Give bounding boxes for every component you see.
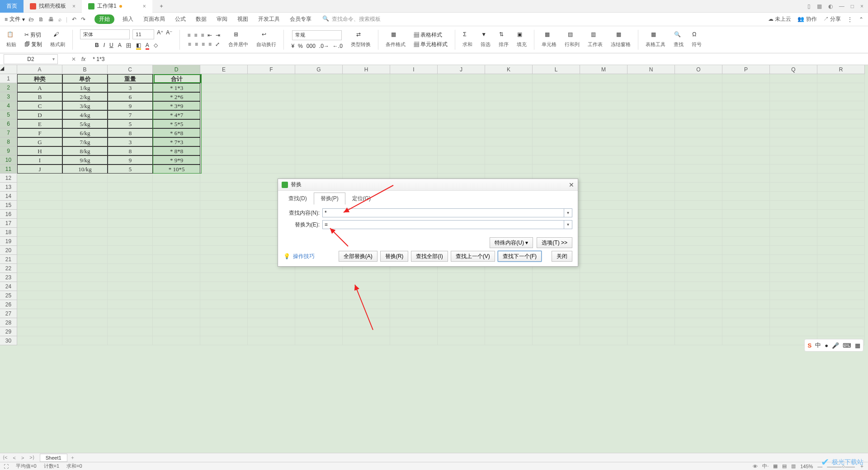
cell[interactable] <box>108 318 153 327</box>
row-head[interactable]: 11 <box>0 164 17 174</box>
cell[interactable] <box>438 164 485 174</box>
cell[interactable] <box>675 155 722 164</box>
cell[interactable] <box>17 210 62 219</box>
cell[interactable] <box>722 327 770 336</box>
convert-icon[interactable]: ⇄ <box>356 31 365 40</box>
cell[interactable] <box>17 273 62 282</box>
cell[interactable] <box>533 327 580 336</box>
increase-font-icon[interactable]: A⁺ <box>157 29 163 39</box>
cell[interactable] <box>722 183 770 192</box>
cell[interactable] <box>817 210 865 219</box>
sheet-tab[interactable]: Sheet1 <box>40 454 67 462</box>
cell[interactable] <box>153 336 200 345</box>
cell[interactable] <box>17 291 62 300</box>
find-next-button[interactable]: 查找下一个(F) <box>498 251 542 262</box>
cell[interactable] <box>770 246 817 255</box>
cell[interactable] <box>675 282 722 291</box>
cell[interactable] <box>295 282 343 291</box>
cell[interactable] <box>295 119 343 128</box>
cell[interactable] <box>533 155 580 164</box>
cell[interactable] <box>200 183 248 192</box>
cell[interactable] <box>295 309 343 318</box>
cell[interactable] <box>295 318 343 327</box>
cell[interactable] <box>153 327 200 336</box>
bold-icon[interactable]: B <box>95 42 99 50</box>
cell[interactable] <box>390 92 438 101</box>
col-head[interactable]: L <box>533 65 580 74</box>
view-break-icon[interactable]: ▥ <box>791 463 796 469</box>
cell[interactable] <box>722 273 770 282</box>
cell[interactable] <box>108 192 153 201</box>
cell[interactable] <box>62 237 108 246</box>
table-style-button[interactable]: ▦ 表格样式 <box>414 31 442 39</box>
cell[interactable]: 单价 <box>62 74 108 83</box>
cell[interactable] <box>770 146 817 155</box>
replace-button[interactable]: 替换(R) <box>380 251 409 262</box>
cell[interactable] <box>770 110 817 119</box>
row-head[interactable]: 25 <box>0 291 17 300</box>
cell[interactable] <box>438 74 485 83</box>
tips-link[interactable]: 操作技巧 <box>293 253 315 260</box>
brush-icon[interactable]: 🖌 <box>53 31 62 40</box>
cell[interactable] <box>343 155 390 164</box>
cell[interactable] <box>343 282 390 291</box>
cell[interactable] <box>817 201 865 210</box>
cell[interactable] <box>580 336 627 345</box>
cell[interactable]: * 6*8 <box>153 128 200 137</box>
cell[interactable] <box>817 273 865 282</box>
cell[interactable] <box>485 92 533 101</box>
cell[interactable] <box>200 101 248 110</box>
chevron-down-icon[interactable]: ▾ <box>564 208 572 217</box>
cell-style-button[interactable]: ▦ 单元格样式 <box>414 41 448 48</box>
cell[interactable] <box>200 282 248 291</box>
row-head[interactable]: 3 <box>0 92 17 101</box>
file-menu[interactable]: ≡ 文件 ▾ <box>5 15 25 23</box>
row-head[interactable]: 18 <box>0 228 17 237</box>
cell[interactable] <box>438 119 485 128</box>
cell[interactable] <box>675 309 722 318</box>
cell[interactable] <box>108 282 153 291</box>
cell[interactable] <box>343 128 390 137</box>
find-input[interactable] <box>322 208 564 217</box>
size-select[interactable]: 11 <box>132 29 154 39</box>
cell[interactable] <box>675 255 722 264</box>
cell[interactable] <box>770 264 817 273</box>
cell[interactable] <box>108 264 153 273</box>
cell[interactable] <box>722 228 770 237</box>
cell[interactable] <box>153 237 200 246</box>
cell[interactable]: 7 <box>108 110 153 119</box>
close-button[interactable]: 关闭 <box>552 251 572 262</box>
cell[interactable]: 1/kg <box>62 83 108 92</box>
cell[interactable] <box>108 201 153 210</box>
cell[interactable] <box>17 255 62 264</box>
cell[interactable] <box>108 246 153 255</box>
col-head[interactable]: G <box>295 65 343 74</box>
cell[interactable] <box>627 273 675 282</box>
cell[interactable] <box>627 92 675 101</box>
ime-keyboard-icon[interactable]: ⌨ <box>843 342 851 349</box>
replace-all-button[interactable]: 全部替换(A) <box>339 251 377 262</box>
comma-icon[interactable]: 000 <box>307 43 316 49</box>
cell[interactable] <box>580 101 627 110</box>
italic-icon[interactable]: I <box>104 42 105 50</box>
cell[interactable] <box>770 92 817 101</box>
cell[interactable] <box>295 128 343 137</box>
cell[interactable] <box>675 219 722 228</box>
last-sheet-icon[interactable]: >⟩ <box>27 455 37 461</box>
cell[interactable] <box>62 228 108 237</box>
col-head[interactable]: I <box>390 65 438 74</box>
cell[interactable] <box>533 83 580 92</box>
cell[interactable] <box>108 300 153 309</box>
cell[interactable] <box>675 273 722 282</box>
cell[interactable] <box>580 155 627 164</box>
cell[interactable] <box>390 309 438 318</box>
tab-replace[interactable]: 替换(P) <box>314 193 345 205</box>
cell[interactable] <box>770 101 817 110</box>
cell[interactable] <box>722 309 770 318</box>
cell[interactable] <box>817 101 865 110</box>
cell[interactable] <box>62 210 108 219</box>
cell[interactable] <box>817 174 865 183</box>
cell[interactable]: * 5*5 <box>153 119 200 128</box>
cell[interactable] <box>108 255 153 264</box>
cell[interactable] <box>153 201 200 210</box>
